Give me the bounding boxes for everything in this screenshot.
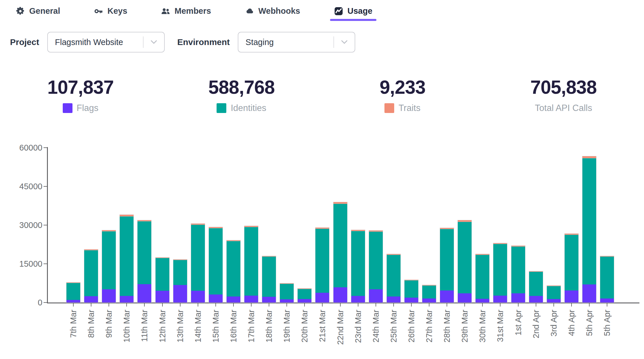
flags-segment[interactable] <box>209 294 223 303</box>
identities-segment[interactable] <box>120 216 133 296</box>
bar-12th-mar[interactable] <box>156 257 169 303</box>
identities-segment[interactable] <box>351 231 365 296</box>
bar-9th-mar[interactable] <box>102 230 116 303</box>
identities-segment[interactable] <box>529 272 543 296</box>
bar-4th-apr[interactable] <box>565 234 578 303</box>
flags-segment[interactable] <box>280 299 294 303</box>
bar-5th-apr[interactable] <box>582 156 596 303</box>
tab-webhooks[interactable]: Webhooks <box>245 6 300 21</box>
bar-2nd-apr[interactable] <box>529 271 543 303</box>
identities-segment[interactable] <box>298 289 311 299</box>
bar-13th-mar[interactable] <box>173 260 187 303</box>
bar-15th-mar[interactable] <box>209 227 223 303</box>
bar-21st-mar[interactable] <box>315 228 329 303</box>
identities-segment[interactable] <box>244 227 258 296</box>
flags-segment[interactable] <box>600 298 614 303</box>
identities-segment[interactable] <box>440 229 454 290</box>
tab-usage[interactable]: Usage <box>334 6 372 21</box>
bar-11th-mar[interactable] <box>138 220 151 303</box>
flags-segment[interactable] <box>511 293 525 303</box>
flags-segment[interactable] <box>262 297 276 303</box>
flags-segment[interactable] <box>351 296 365 303</box>
bar-16th-mar[interactable] <box>227 240 240 303</box>
flags-segment[interactable] <box>458 293 472 303</box>
bar-14th-mar[interactable] <box>191 224 205 303</box>
flags-segment[interactable] <box>565 290 578 303</box>
bar-25th-mar[interactable] <box>387 254 400 303</box>
flags-segment[interactable] <box>244 296 258 303</box>
flags-segment[interactable] <box>173 285 187 303</box>
identities-segment[interactable] <box>493 244 507 296</box>
bar-26th-mar[interactable] <box>405 280 418 303</box>
traits-segment[interactable] <box>582 156 596 158</box>
flags-segment[interactable] <box>440 290 454 303</box>
bar-23rd-mar[interactable] <box>351 230 365 303</box>
bar-18th-mar[interactable] <box>262 256 276 303</box>
flags-segment[interactable] <box>66 300 80 303</box>
flags-segment[interactable] <box>582 284 596 303</box>
bar-24th-mar[interactable] <box>369 231 383 303</box>
bar-5th-apr[interactable] <box>600 256 614 303</box>
flags-segment[interactable] <box>476 299 489 303</box>
identities-segment[interactable] <box>600 257 614 298</box>
tab-keys[interactable]: Keys <box>94 6 127 21</box>
flags-segment[interactable] <box>120 296 133 303</box>
flags-segment[interactable] <box>298 299 311 303</box>
identities-segment[interactable] <box>333 204 347 287</box>
identities-segment[interactable] <box>66 283 80 300</box>
identities-segment[interactable] <box>102 231 116 289</box>
identities-segment[interactable] <box>405 280 418 298</box>
identities-segment[interactable] <box>138 221 151 284</box>
bar-29th-mar[interactable] <box>458 220 472 303</box>
flags-segment[interactable] <box>227 296 240 303</box>
identities-segment[interactable] <box>547 286 561 299</box>
identities-segment[interactable] <box>582 158 596 284</box>
bar-28th-mar[interactable] <box>440 228 454 303</box>
bar-17th-mar[interactable] <box>244 226 258 303</box>
bar-19th-mar[interactable] <box>280 283 294 303</box>
identities-segment[interactable] <box>191 225 205 291</box>
flags-segment[interactable] <box>191 291 205 303</box>
bar-30th-mar[interactable] <box>476 254 489 303</box>
environment-select[interactable]: Staging <box>238 32 355 52</box>
flags-segment[interactable] <box>333 287 347 303</box>
bar-20th-mar[interactable] <box>298 288 311 303</box>
bar-22nd-mar[interactable] <box>333 202 347 303</box>
flags-segment[interactable] <box>369 289 383 303</box>
identities-segment[interactable] <box>387 255 400 296</box>
identities-segment[interactable] <box>422 286 436 298</box>
identities-segment[interactable] <box>458 222 472 293</box>
identities-segment[interactable] <box>315 229 329 293</box>
identities-segment[interactable] <box>84 250 98 296</box>
flags-segment[interactable] <box>138 284 151 303</box>
identities-segment[interactable] <box>262 257 276 297</box>
identities-segment[interactable] <box>565 235 578 290</box>
identities-segment[interactable] <box>511 247 525 293</box>
bar-3rd-apr[interactable] <box>547 286 561 303</box>
flags-segment[interactable] <box>405 298 418 303</box>
identities-segment[interactable] <box>156 258 169 291</box>
project-select[interactable]: Flagsmith Website <box>47 32 165 52</box>
flags-segment[interactable] <box>102 289 116 303</box>
identities-segment[interactable] <box>280 284 294 299</box>
identities-segment[interactable] <box>209 228 223 294</box>
identities-segment[interactable] <box>227 241 240 296</box>
bar-7th-mar[interactable] <box>66 282 80 303</box>
tab-members[interactable]: Members <box>161 6 211 21</box>
bar-31st-mar[interactable] <box>493 243 507 303</box>
flags-segment[interactable] <box>84 296 98 303</box>
flags-segment[interactable] <box>315 293 329 303</box>
identities-segment[interactable] <box>173 260 187 285</box>
bar-8th-mar[interactable] <box>84 249 98 303</box>
bar-1st-apr[interactable] <box>511 246 525 303</box>
flags-segment[interactable] <box>493 296 507 303</box>
identities-segment[interactable] <box>369 232 383 289</box>
identities-segment[interactable] <box>476 255 489 299</box>
flags-segment[interactable] <box>387 296 400 303</box>
flags-segment[interactable] <box>529 296 543 303</box>
tab-general[interactable]: General <box>16 6 60 21</box>
flags-segment[interactable] <box>547 299 561 303</box>
flags-segment[interactable] <box>156 291 169 303</box>
flags-segment[interactable] <box>422 298 436 303</box>
bar-27th-mar[interactable] <box>422 285 436 303</box>
